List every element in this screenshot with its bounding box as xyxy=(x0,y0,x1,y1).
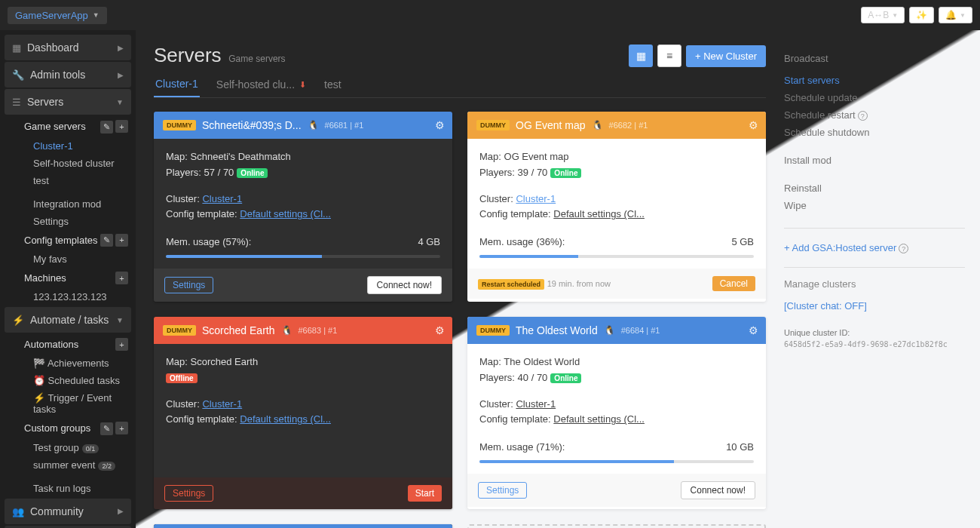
cluster-link[interactable]: Cluster-1 xyxy=(202,193,242,204)
install-mod-link[interactable]: Install mod xyxy=(784,152,965,169)
cancel-button[interactable]: Cancel xyxy=(712,276,755,291)
plus-icon[interactable]: + xyxy=(115,338,128,351)
top-bar: GameServerApp ▼ A↔B▼ ✨ 🔔▼ xyxy=(0,0,980,30)
settings-button[interactable]: Settings xyxy=(164,485,213,502)
server-card-header: DUMMY The Center 🐧 #6685 | #1 ⚙ xyxy=(154,524,452,528)
nav-automate[interactable]: ⚡Automate / tasks▼ xyxy=(5,307,131,333)
add-hosted-server-link[interactable]: + Add GSA:Hosted server? xyxy=(784,239,965,256)
connect-button[interactable]: Connect now! xyxy=(681,481,755,499)
server-id: #6684 | #1 xyxy=(621,326,660,335)
nav-admin-tools[interactable]: 🔧Admin tools▶ xyxy=(5,62,131,87)
nav-custom-groups[interactable]: Custom groups✎+ xyxy=(17,418,131,439)
nav-integration-mod[interactable]: Integration mod xyxy=(17,195,131,213)
reinstall-link[interactable]: Reinstall xyxy=(784,180,965,197)
start-servers-link[interactable]: Start servers xyxy=(784,72,965,89)
tab-self-hosted[interactable]: Self-hosted clu...⬇ xyxy=(215,72,308,97)
settings-button[interactable]: Settings xyxy=(478,482,527,499)
dummy-badge: DUMMY xyxy=(476,120,510,130)
unique-cluster-id: 6458d5f2-e5a9-4df9-9698-e27dc1b82f8c xyxy=(784,340,965,348)
plus-icon[interactable]: + xyxy=(115,422,128,434)
main: Servers Game servers ▦ ≡ + New Cluster C… xyxy=(136,30,980,528)
chevron-right-icon: ▶ xyxy=(118,44,124,52)
status-badge: Online xyxy=(550,373,581,383)
gear-icon[interactable]: ⚙ xyxy=(749,119,758,131)
nav-settings[interactable]: Settings xyxy=(17,213,131,230)
config-link[interactable]: Default settings (Cl... xyxy=(240,208,331,219)
wrench-icon: 🔧 xyxy=(12,69,24,81)
page-subtitle: Game servers xyxy=(228,54,285,64)
nav-my-favs[interactable]: My favs xyxy=(17,250,131,268)
nav-self-hosted[interactable]: Self-hosted cluster xyxy=(17,155,131,172)
cluster-tabs: Cluster-1 Self-hosted clu...⬇ test xyxy=(154,72,766,98)
config-link[interactable]: Default settings (Cl... xyxy=(553,413,645,425)
nav-test-group[interactable]: Test group0/1 xyxy=(17,439,131,456)
grid-icon: ▦ xyxy=(12,42,21,54)
plus-icon[interactable]: + xyxy=(115,120,128,133)
plus-icon[interactable]: + xyxy=(115,272,128,284)
manage-clusters-heading: Manage clusters xyxy=(784,278,965,290)
edit-icon[interactable]: ✎ xyxy=(100,234,113,247)
uid-label: Unique cluster ID: xyxy=(784,325,965,340)
grid-view-button[interactable]: ▦ xyxy=(629,45,653,67)
memory-bar xyxy=(479,460,754,463)
nav-scheduled-tasks[interactable]: ⏰ Scheduled tasks xyxy=(17,372,131,389)
help-icon: ? xyxy=(899,244,908,253)
server-card-header: DUMMY Scorched Earth 🐧 #6683 | #1 ⚙ xyxy=(154,317,452,344)
cluster-chat-link[interactable]: [Cluster chat: OFF] xyxy=(784,297,965,315)
connect-button[interactable]: Connect now! xyxy=(367,276,442,294)
nav-task-run-logs[interactable]: Task run logs xyxy=(17,480,131,497)
magic-button[interactable]: ✨ xyxy=(909,7,934,23)
server-name: Scorched Earth xyxy=(202,324,275,336)
schedule-shutdown-link[interactable]: Schedule shutdown xyxy=(784,124,965,141)
gear-icon[interactable]: ⚙ xyxy=(749,324,758,336)
nav-servers[interactable]: ☰Servers▼ xyxy=(5,89,131,115)
server-card: DUMMY The Center 🐧 #6685 | #1 ⚙ xyxy=(154,524,452,528)
brand-menu[interactable]: GameServerApp ▼ xyxy=(8,7,107,24)
chevron-down-icon: ▼ xyxy=(116,316,124,324)
wipe-link[interactable]: Wipe xyxy=(784,197,965,214)
server-card: DUMMY OG Event map 🐧 #6682 | #1 ⚙ Map: O… xyxy=(467,112,766,302)
nav-test[interactable]: test xyxy=(17,172,131,189)
tab-test[interactable]: test xyxy=(323,72,343,97)
nav-automations[interactable]: Automations+ xyxy=(17,334,131,355)
nav-machine-ip[interactable]: 123.123.123.123 xyxy=(17,288,131,305)
empty-slot[interactable] xyxy=(467,524,766,528)
tab-cluster-1[interactable]: Cluster-1 xyxy=(154,72,200,97)
status-badge: Online xyxy=(237,168,268,178)
new-cluster-button[interactable]: + New Cluster xyxy=(686,45,766,67)
caret-down-icon: ▼ xyxy=(93,11,100,19)
cluster-link[interactable]: Cluster-1 xyxy=(516,398,556,410)
nav-trigger-tasks[interactable]: ⚡ Trigger / Event tasks xyxy=(17,389,131,418)
download-icon: ⬇ xyxy=(299,80,306,90)
server-name: OG Event map xyxy=(516,119,586,131)
nav-dashboard[interactable]: ▦Dashboard▶ xyxy=(5,35,131,60)
help-icon: ? xyxy=(858,111,868,121)
start-button[interactable]: Start xyxy=(408,485,442,502)
nav-cluster-1[interactable]: Cluster-1 xyxy=(17,137,131,155)
right-panel: Broadcast Start servers Schedule update … xyxy=(784,44,965,528)
gear-icon[interactable]: ⚙ xyxy=(435,324,445,336)
edit-icon[interactable]: ✎ xyxy=(100,422,113,435)
config-link[interactable]: Default settings (Cl... xyxy=(553,208,645,219)
notifications-button[interactable]: 🔔▼ xyxy=(939,7,972,23)
schedule-update-link[interactable]: Schedule update xyxy=(784,89,965,106)
schedule-restart-link[interactable]: Schedule restart? xyxy=(784,106,965,124)
cluster-link[interactable]: Cluster-1 xyxy=(516,193,556,204)
settings-button[interactable]: Settings xyxy=(164,277,213,293)
nav-summer-event[interactable]: summer event2/2 xyxy=(17,456,131,474)
plus-icon[interactable]: + xyxy=(115,234,128,247)
nav-machines[interactable]: Machines+ xyxy=(17,268,131,288)
language-button[interactable]: A↔B▼ xyxy=(861,7,905,23)
nav-monetization[interactable]: 🛒Monetization▼ xyxy=(5,526,131,529)
nav-config-templates[interactable]: Config templates✎+ xyxy=(17,230,131,251)
brand-label: GameServerApp xyxy=(15,10,88,21)
list-view-button[interactable]: ≡ xyxy=(657,45,681,67)
cluster-link[interactable]: Cluster-1 xyxy=(202,398,242,410)
edit-icon[interactable]: ✎ xyxy=(100,121,113,134)
nav-game-servers[interactable]: Game servers✎+ xyxy=(17,116,131,137)
nav-community[interactable]: 👥Community▶ xyxy=(5,499,131,524)
nav-achievements[interactable]: 🏁 Achievements xyxy=(17,355,131,372)
config-link[interactable]: Default settings (Cl... xyxy=(240,413,331,425)
gear-icon[interactable]: ⚙ xyxy=(435,119,445,131)
sidebar: ▦Dashboard▶ 🔧Admin tools▶ ☰Servers▼ Game… xyxy=(0,30,136,528)
